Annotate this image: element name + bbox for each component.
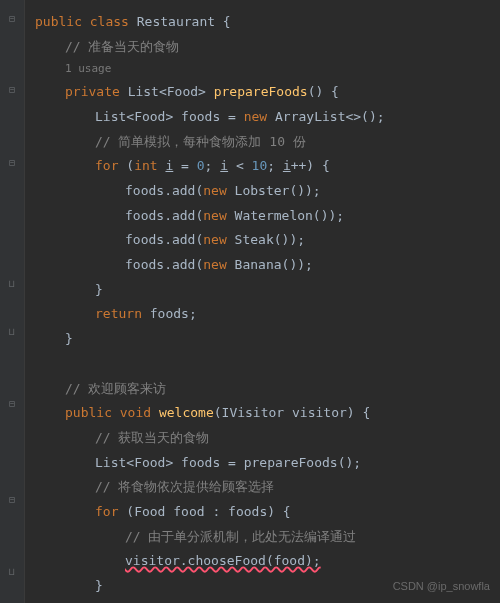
brace[interactable]: } xyxy=(30,278,500,303)
blank-line xyxy=(30,352,500,377)
comment[interactable]: // 将食物依次提供给顾客选择 xyxy=(30,475,500,500)
method-name: welcome xyxy=(159,405,214,420)
keyword-for: for xyxy=(95,158,126,173)
variable: i xyxy=(220,158,228,173)
comment[interactable]: // 简单模拟，每种食物添加 10 份 xyxy=(30,130,500,155)
paren: ) { xyxy=(347,405,370,420)
type: List<Food> xyxy=(95,109,181,124)
keyword-new: new xyxy=(203,208,234,223)
semi: ; xyxy=(205,158,221,173)
code-line[interactable]: visitor.chooseFood(food); xyxy=(30,549,500,574)
constructor: Banana()); xyxy=(235,257,313,272)
fold-icon[interactable]: ⊔ xyxy=(6,278,18,290)
fold-icon[interactable]: ⊟ xyxy=(6,398,18,410)
code-line[interactable]: List<Food> foods = new ArrayList<>(); xyxy=(30,105,500,130)
number: 0 xyxy=(197,158,205,173)
fold-icon[interactable]: ⊟ xyxy=(6,84,18,96)
comment[interactable]: // 由于单分派机制，此处无法编译通过 xyxy=(30,525,500,550)
usage-hint[interactable]: 1 usage xyxy=(30,59,500,80)
semi: ; xyxy=(267,158,283,173)
class-name: Restaurant xyxy=(137,14,223,29)
comment[interactable]: // 准备当天的食物 xyxy=(30,35,500,60)
keyword-class: class xyxy=(90,14,137,29)
keyword-public: public xyxy=(65,405,120,420)
keyword-private: private xyxy=(65,84,128,99)
comment[interactable]: // 欢迎顾客来访 xyxy=(30,377,500,402)
operator: < xyxy=(228,158,251,173)
variable: food xyxy=(173,504,212,519)
code-line[interactable]: public class Restaurant { xyxy=(30,10,500,35)
code-line[interactable]: private List<Food> prepareFoods() { xyxy=(30,80,500,105)
code-line[interactable]: for (Food food : foods) { xyxy=(30,500,500,525)
keyword-new: new xyxy=(203,183,234,198)
call: foods.add( xyxy=(125,208,203,223)
type: List<Food> xyxy=(95,455,181,470)
constructor: Lobster()); xyxy=(235,183,321,198)
constructor: Steak()); xyxy=(235,232,305,247)
keyword-void: void xyxy=(120,405,159,420)
constructor: Watermelon()); xyxy=(235,208,345,223)
error-underline: visitor.chooseFood(food); xyxy=(125,553,321,568)
variable: foods xyxy=(181,455,228,470)
fold-icon[interactable]: ⊔ xyxy=(6,326,18,338)
fold-icon[interactable]: ⊟ xyxy=(6,157,18,169)
code-line[interactable]: return foods; xyxy=(30,302,500,327)
call: foods.add( xyxy=(125,183,203,198)
code-line[interactable]: public void welcome(IVisitor visitor) { xyxy=(30,401,500,426)
brace[interactable]: } xyxy=(30,327,500,352)
watermark: CSDN @ip_snowfla xyxy=(393,576,490,597)
fold-icon[interactable]: ⊟ xyxy=(6,13,18,25)
colon: : foods) { xyxy=(212,504,290,519)
number: 10 xyxy=(252,158,268,173)
fold-icon[interactable]: ⊟ xyxy=(6,494,18,506)
brace: { xyxy=(223,14,231,29)
type: List<Food> xyxy=(128,84,214,99)
method-name: prepareFoods xyxy=(214,84,308,99)
keyword-return: return xyxy=(95,306,150,321)
call: foods.add( xyxy=(125,257,203,272)
code-line[interactable]: foods.add(new Watermelon()); xyxy=(30,204,500,229)
comment[interactable]: // 获取当天的食物 xyxy=(30,426,500,451)
keyword-for: for xyxy=(95,504,126,519)
paren: (Food xyxy=(126,504,173,519)
editor-gutter: ⊟ ⊟ ⊟ ⊔ ⊔ ⊟ ⊟ ⊔ xyxy=(0,0,25,603)
code-line[interactable]: for (int i = 0; i < 10; i++) { xyxy=(30,154,500,179)
call: = prepareFoods(); xyxy=(228,455,361,470)
keyword-public: public xyxy=(35,14,90,29)
call: foods.add( xyxy=(125,232,203,247)
operator: = xyxy=(173,158,196,173)
code-line[interactable]: List<Food> foods = prepareFoods(); xyxy=(30,451,500,476)
variable: foods; xyxy=(150,306,197,321)
variable: foods xyxy=(181,109,228,124)
variable: i xyxy=(283,158,291,173)
constructor: ArrayList<>(); xyxy=(275,109,385,124)
param: visitor xyxy=(292,405,347,420)
operator: ++) { xyxy=(291,158,330,173)
code-line[interactable]: foods.add(new Steak()); xyxy=(30,228,500,253)
keyword-new: new xyxy=(203,257,234,272)
code-line[interactable]: foods.add(new Lobster()); xyxy=(30,179,500,204)
fold-icon[interactable]: ⊔ xyxy=(6,566,18,578)
operator: = xyxy=(228,109,244,124)
code-line[interactable]: foods.add(new Banana()); xyxy=(30,253,500,278)
paren: () { xyxy=(308,84,339,99)
brace[interactable]: } xyxy=(30,599,500,603)
keyword-new: new xyxy=(244,109,275,124)
paren: (IVisitor xyxy=(214,405,292,420)
keyword-int: int xyxy=(134,158,165,173)
paren: ( xyxy=(126,158,134,173)
keyword-new: new xyxy=(203,232,234,247)
